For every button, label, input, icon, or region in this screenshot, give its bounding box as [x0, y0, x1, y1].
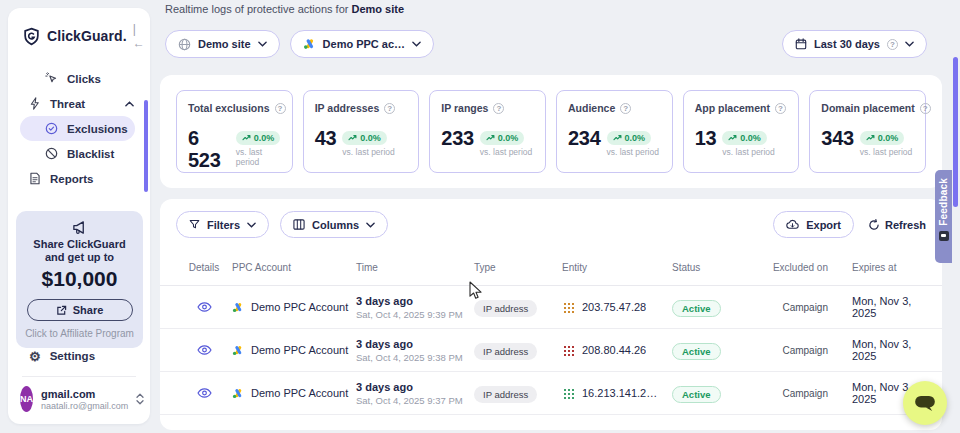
feedback-label: Feedback — [938, 178, 949, 226]
table-header-row: Details PPC Account Time Type Entity Sta… — [160, 250, 942, 286]
stat-card-ip-ranges: IP ranges 233 0.0% vs. last period — [429, 90, 546, 173]
sidebar-item-settings[interactable]: ⚙ Settings — [8, 348, 150, 364]
promo-amount: $10,000 — [22, 267, 137, 291]
help-icon[interactable] — [275, 103, 286, 114]
brand-row: ClickGuard. |← — [22, 22, 140, 50]
clicks-cursor-icon — [45, 72, 58, 85]
trend-badge: 0.0% — [607, 131, 652, 145]
share-button[interactable]: Share — [27, 299, 133, 321]
column-header-type[interactable]: Type — [474, 262, 562, 273]
trend-value: 0.0% — [878, 133, 899, 143]
site-selector[interactable]: Demo site — [165, 30, 280, 58]
stat-card-app-placement: App placement 13 0.0% vs. last period — [683, 90, 800, 173]
type-badge: IP address — [474, 343, 537, 360]
affiliate-promo-card[interactable]: Share ClickGuard and get up to $10,000 S… — [16, 211, 143, 348]
chevron-down-icon — [412, 41, 421, 47]
ppc-account-name: Demo PPC Account — [251, 387, 348, 399]
share-button-label: Share — [73, 304, 104, 316]
google-ads-icon — [232, 302, 244, 313]
ppc-selector-value: Demo PPC ac… — [323, 38, 406, 50]
column-header-excluded-on[interactable]: Excluded on — [768, 262, 828, 273]
chat-launcher-button[interactable] — [903, 381, 947, 425]
column-header-entity[interactable]: Entity — [562, 262, 672, 273]
help-icon[interactable] — [493, 103, 504, 114]
column-header-details[interactable]: Details — [176, 262, 232, 273]
sidebar-item-threat[interactable]: Threat — [8, 91, 150, 116]
brand-name: ClickGuard. — [47, 28, 127, 44]
page-subtitle: Realtime logs of protective actions for … — [165, 3, 404, 15]
cloud-download-icon — [786, 219, 799, 230]
stat-period: vs. last period — [480, 147, 532, 157]
promo-footer: Click to Affiliate Program — [22, 328, 137, 339]
stat-label: IP addresses — [315, 102, 380, 114]
help-icon — [887, 39, 898, 50]
page-scrollbar-thumb[interactable] — [953, 57, 958, 207]
chevron-up-icon[interactable] — [125, 101, 134, 107]
help-icon[interactable] — [920, 103, 931, 114]
status-badge: Active — [672, 300, 721, 317]
type-badge: IP address — [474, 386, 537, 403]
excluded-on-value: Campaign — [768, 302, 828, 313]
column-header-status[interactable]: Status — [672, 262, 768, 273]
columns-button[interactable]: Columns — [280, 211, 388, 238]
view-details-eye-icon[interactable] — [176, 387, 232, 399]
help-icon[interactable] — [620, 103, 631, 114]
trend-value: 0.0% — [360, 133, 381, 143]
sidebar-scrollbar-thumb[interactable] — [144, 100, 148, 192]
view-details-eye-icon[interactable] — [176, 344, 232, 356]
feedback-tab[interactable]: Feedback — [935, 170, 952, 263]
user-email: naatali.ro@gmail.com — [41, 401, 128, 411]
filters-label: Filters — [207, 219, 240, 231]
table-row[interactable]: Demo PPC Account 3 days ago Sat, Oct 4, … — [160, 286, 942, 329]
account-switcher[interactable]: NA gmail.com naatali.ro@gmail.com — [20, 386, 142, 412]
time-relative: 3 days ago — [356, 381, 474, 393]
stat-card-total-exclusions: Total exclusions 6 523 0.0% vs. last per… — [176, 90, 293, 173]
ppc-account-selector[interactable]: Demo PPC ac… — [290, 30, 435, 58]
sidebar-item-exclusions[interactable]: Exclusions — [20, 116, 135, 141]
help-icon[interactable] — [775, 103, 786, 114]
column-header-expires-at[interactable]: Expires at — [828, 262, 926, 273]
time-absolute: Sat, Oct 4, 2025 9:37 PM — [356, 395, 474, 406]
google-ads-icon — [232, 345, 244, 356]
export-label: Export — [806, 219, 841, 231]
trend-value: 0.0% — [740, 133, 761, 143]
stat-value: 234 — [568, 127, 600, 149]
user-name: gmail.com — [41, 388, 128, 400]
export-button[interactable]: Export — [773, 211, 854, 238]
help-icon[interactable] — [384, 103, 395, 114]
sidebar-divider — [22, 376, 136, 377]
columns-icon — [293, 219, 305, 230]
stat-card-domain-placement: Domain placement 343 0.0% vs. last perio… — [809, 90, 926, 173]
entity-ip: 16.213.141.2… — [582, 387, 657, 399]
sidebar-collapse-icon[interactable]: |← — [133, 22, 145, 50]
clickguard-shield-logo-icon — [22, 27, 41, 46]
stat-card-audience: Audience 234 0.0% vs. last period — [556, 90, 673, 173]
columns-label: Columns — [312, 219, 359, 231]
stat-label: App placement — [695, 102, 770, 114]
column-header-time[interactable]: Time — [356, 262, 474, 273]
lightning-icon — [29, 97, 41, 110]
trend-up-icon — [348, 134, 357, 141]
refresh-button[interactable]: Refresh — [868, 219, 926, 231]
entity-ip: 208.80.44.26 — [582, 344, 646, 356]
stat-period: vs. last period — [860, 147, 912, 157]
trend-badge: 0.0% — [236, 131, 281, 145]
trend-value: 0.0% — [254, 133, 275, 143]
sidebar-item-label: Blacklist — [67, 148, 114, 160]
google-ads-icon — [232, 388, 244, 399]
table-row[interactable]: Demo PPC Account 3 days ago Sat, Oct 4, … — [160, 329, 942, 372]
stats-panel: Total exclusions 6 523 0.0% vs. last per… — [160, 75, 942, 188]
view-details-eye-icon[interactable] — [176, 301, 232, 313]
logs-panel: Filters Columns Export — [160, 199, 942, 430]
stat-value: 233 — [441, 127, 473, 149]
sidebar-item-reports[interactable]: Reports — [8, 166, 150, 191]
subtitle-target: Demo site — [351, 3, 404, 15]
promo-headline: Share ClickGuard and get up to — [22, 238, 137, 264]
expires-at-value: Mon, Nov 3, 2025 — [828, 295, 926, 319]
date-range-selector[interactable]: Last 30 days — [782, 30, 927, 58]
sidebar-item-clicks[interactable]: Clicks — [8, 66, 150, 91]
sidebar-item-blacklist[interactable]: Blacklist — [8, 141, 150, 166]
table-row[interactable]: Demo PPC Account 3 days ago Sat, Oct 4, … — [160, 372, 942, 415]
filters-button[interactable]: Filters — [176, 211, 269, 238]
column-header-ppc-account[interactable]: PPC Account — [232, 262, 356, 273]
